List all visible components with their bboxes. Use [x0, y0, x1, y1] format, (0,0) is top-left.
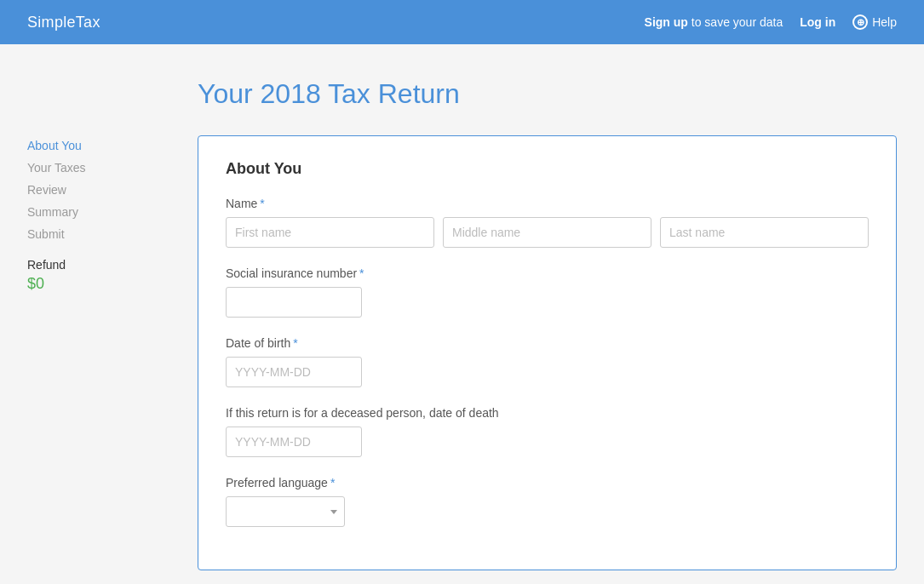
sidebar-item-summary[interactable]: Summary [27, 205, 164, 219]
sin-input[interactable] [226, 287, 362, 318]
language-field-group: Preferred language* English French [226, 476, 869, 527]
main-container: Your 2018 Tax Return About You Your Taxe… [0, 44, 924, 584]
signup-text: Sign up to save your data [645, 15, 783, 29]
sin-field-group: Social insurance number* [226, 266, 869, 318]
header-right: Sign up to save your data Log in ⊕ Help [645, 14, 897, 30]
first-name-input[interactable] [226, 217, 434, 248]
middle-name-input[interactable] [443, 217, 651, 248]
name-label: Name* [226, 197, 869, 210]
dob-field-group: Date of birth* [226, 336, 869, 387]
language-required-star: * [330, 476, 335, 490]
dob-required-star: * [293, 336, 297, 350]
help-icon: ⊕ [852, 14, 868, 30]
signup-link[interactable]: Sign up [645, 15, 688, 29]
language-label: Preferred language* [226, 476, 869, 490]
name-required-star: * [260, 197, 264, 210]
content-wrapper: About You Your Taxes Review Summary Subm… [27, 135, 897, 584]
sidebar-item-your-taxes[interactable]: Your Taxes [27, 161, 164, 175]
language-select[interactable]: English French [226, 496, 345, 527]
dob-input[interactable] [226, 357, 362, 387]
about-you-card: About You Name* [198, 135, 897, 570]
sidebar-item-about-you[interactable]: About You [27, 139, 164, 152]
page-title: Your 2018 Tax Return [198, 78, 897, 110]
refund-label: Refund [27, 258, 164, 272]
form-area: About You Name* [198, 135, 897, 584]
last-name-input[interactable] [660, 217, 869, 248]
name-field-group: Name* [226, 197, 869, 248]
app-logo: SimpleTax [27, 14, 100, 31]
sin-required-star: * [359, 266, 364, 280]
dod-label: If this return is for a deceased person,… [226, 406, 869, 420]
sidebar-item-review[interactable]: Review [27, 183, 164, 197]
header: SimpleTax Sign up to save your data Log … [0, 0, 924, 44]
dod-input[interactable] [226, 427, 362, 457]
sidebar: About You Your Taxes Review Summary Subm… [27, 135, 164, 584]
login-link[interactable]: Log in [800, 15, 835, 29]
refund-section: Refund $0 [27, 258, 164, 293]
help-button[interactable]: ⊕ Help [852, 14, 897, 30]
sin-label: Social insurance number* [226, 266, 869, 280]
dob-label: Date of birth* [226, 336, 869, 350]
dod-field-group: If this return is for a deceased person,… [226, 406, 869, 457]
name-fields-row [226, 217, 869, 248]
refund-value: $0 [27, 275, 164, 293]
help-label: Help [872, 15, 897, 29]
sidebar-item-submit[interactable]: Submit [27, 227, 164, 241]
about-you-title: About You [226, 160, 869, 178]
